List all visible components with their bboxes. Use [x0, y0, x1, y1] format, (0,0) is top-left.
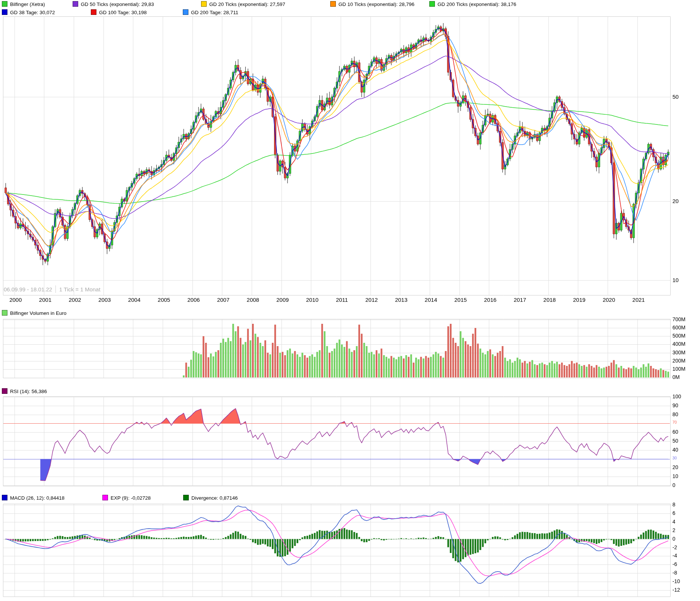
year-label: 2015	[451, 297, 470, 303]
year-label: 2005	[154, 297, 174, 303]
legend-macd: MACD (26, 12): 0,84418	[2, 495, 64, 502]
year-label: 2002	[65, 297, 85, 303]
axis-tick-label: 4	[672, 519, 675, 525]
legend-label: GD 10 Ticks (exponential): 28,796	[338, 1, 414, 7]
legend-label: GD 100 Tage: 30,198	[99, 10, 147, 15]
axis-tick-label: 70	[672, 420, 677, 424]
bilfinger-swatch-icon	[2, 1, 7, 7]
year-label: 2009	[273, 297, 292, 303]
axis-tick-label: 50	[672, 94, 679, 100]
axis-tick-label: 10	[672, 473, 678, 479]
axis-tick-label: 0	[672, 482, 675, 488]
axis-tick-label: 90	[672, 402, 678, 408]
axis-tick-label: 40	[672, 447, 678, 453]
macd-swatch-icon	[2, 495, 7, 500]
legend-label: GD 50 Ticks (exponential): 29,83	[81, 1, 154, 7]
year-label: 2007	[214, 297, 233, 303]
axis-tick-label: 200M	[672, 358, 685, 364]
legend-label: GD 200 Ticks (exponential): 38,176	[438, 1, 516, 7]
legend-label: GD 200 Tage: 28,711	[191, 10, 238, 15]
volume-swatch-icon	[2, 310, 7, 316]
axis-tick-label: 300M	[672, 349, 685, 355]
axis-tick-label: -10	[672, 578, 680, 584]
tick-interval-text: 1 Tick = 1 Monat	[59, 286, 100, 292]
axis-tick-label: 80	[672, 411, 678, 417]
axis-tick-label: 30	[672, 456, 677, 460]
legend-label: GD 20 Ticks (exponential): 27,597	[209, 1, 285, 7]
year-label: 2008	[243, 297, 262, 303]
year-label: 2014	[421, 297, 440, 303]
year-label: 2003	[95, 297, 114, 303]
legend-macd-divergence: Divergence: 0,87146	[183, 495, 238, 502]
year-label: 2020	[599, 297, 618, 303]
stock-chart-page: Bilfinger (Xetra) GD 50 Ticks (exponenti…	[0, 0, 700, 601]
axis-tick-label: 600M	[672, 325, 685, 330]
axis-tick-label: -4	[672, 553, 677, 559]
year-label: 2016	[481, 297, 500, 303]
legend-label: Divergence: 0,87146	[191, 495, 238, 501]
legend-label: Bilfinger Volumen in Euro	[10, 310, 67, 316]
legend-bilfinger: Bilfinger (Xetra)	[2, 1, 45, 8]
year-label: 2004	[125, 297, 144, 303]
legend-gd200-tage: GD 200 Tage: 28,711	[183, 9, 238, 16]
axis-tick-label: 100M	[672, 366, 685, 372]
legend-rsi: RSI (14): 56,386	[2, 388, 47, 395]
year-label: 2018	[540, 297, 559, 303]
axis-tick-label: 8	[672, 502, 675, 507]
legend-label: MACD (26, 12): 0,84418	[10, 495, 64, 501]
legend-gd10-ticks: GD 10 Ticks (exponential): 28,796	[330, 1, 414, 8]
year-label: 2013	[392, 297, 411, 303]
axis-tick-label: 100	[672, 393, 681, 399]
axis-tick-label: 2	[672, 527, 675, 533]
year-label: 2019	[570, 297, 589, 303]
legend-volume: Bilfinger Volumen in Euro	[2, 310, 67, 317]
macd-exp-swatch-icon	[102, 495, 108, 500]
legend-gd50-ticks: GD 50 Ticks (exponential): 29,83	[73, 1, 154, 8]
year-label: 2010	[303, 297, 322, 303]
axis-tick-label: -2	[672, 544, 677, 550]
axis-tick-label: 20	[672, 464, 678, 470]
legend-label: EXP (9): -0,02728	[111, 495, 151, 501]
gd10-swatch-icon	[330, 1, 336, 7]
year-label: 2012	[362, 297, 381, 303]
axis-tick-label: 400M	[672, 341, 685, 347]
legend-label: GD 38 Tage: 30,072	[10, 10, 55, 15]
axis-tick-label: -6	[672, 561, 677, 567]
chart-footnote: 06.09.99 - 18.01.221 Tick = 1 Monat	[4, 285, 101, 293]
year-label: 2011	[332, 297, 351, 303]
year-label: 2021	[629, 297, 648, 303]
axis-tick-label: -8	[672, 570, 677, 576]
gd38-swatch-icon	[2, 9, 7, 15]
axis-tick-label: 10	[672, 277, 679, 283]
rsi-swatch-icon	[2, 388, 7, 394]
axis-tick-label: 500M	[672, 333, 685, 339]
legend-gd200-ticks: GD 200 Ticks (exponential): 38,176	[429, 1, 516, 8]
axis-tick-label: 60	[672, 429, 678, 435]
footnote-divider	[55, 285, 56, 293]
year-label: 2001	[36, 297, 55, 303]
date-range-text: 06.09.99 - 18.01.22	[4, 286, 52, 292]
axis-tick-label: 6	[672, 510, 675, 516]
gd50-swatch-icon	[73, 1, 78, 7]
axis-tick-label: 0	[672, 536, 675, 542]
axis-tick-label: 0M	[672, 374, 680, 380]
legend-gd100-tage: GD 100 Tage: 30,198	[91, 9, 147, 16]
axis-tick-label: -12	[672, 587, 680, 593]
axis-tick-label: 20	[672, 198, 679, 204]
axis-tick-label: 700M	[672, 316, 685, 322]
legend-macd-exp: EXP (9): -0,02728	[102, 495, 151, 502]
year-label: 2017	[510, 297, 529, 303]
axis-tick-label: 50	[672, 438, 678, 444]
legend-label: RSI (14): 56,386	[10, 389, 47, 394]
gd20-swatch-icon	[201, 1, 207, 7]
legend-gd38-tage: GD 38 Tage: 30,072	[2, 9, 55, 16]
gd100-swatch-icon	[91, 9, 96, 15]
macd-divergence-swatch-icon	[183, 495, 189, 500]
year-label: 2000	[6, 297, 25, 303]
gd200-swatch-icon	[429, 1, 435, 7]
year-label: 2006	[184, 297, 203, 303]
gd200tage-swatch-icon	[183, 9, 188, 15]
legend-label: Bilfinger (Xetra)	[10, 1, 45, 7]
legend-gd20-ticks: GD 20 Ticks (exponential): 27,597	[201, 1, 285, 8]
